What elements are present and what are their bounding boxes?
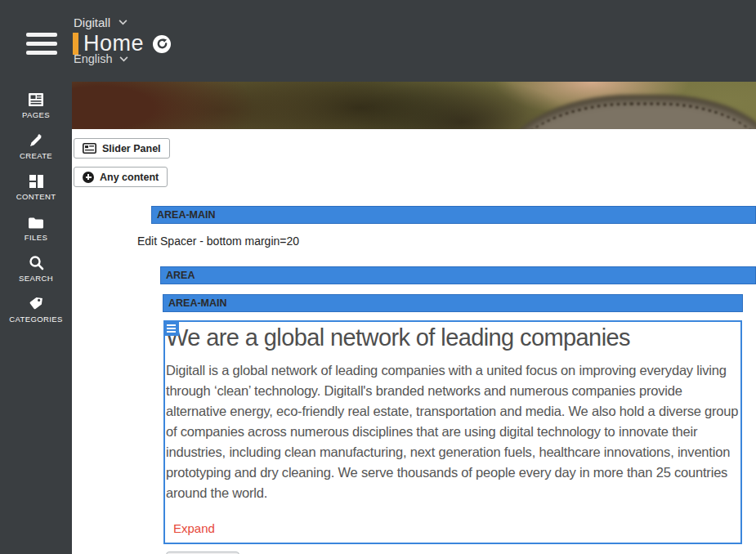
sidebar-item-pages[interactable]: PAGES (0, 84, 72, 125)
language-label: English (74, 52, 113, 65)
area-main-bar-2[interactable]: AREA-MAIN (163, 294, 743, 312)
chevron-down-icon (119, 56, 128, 62)
sidebar-item-label: PAGES (22, 110, 50, 119)
sidebar-item-content[interactable]: CONTENT (0, 166, 72, 207)
plus-circle-icon (83, 172, 94, 183)
content-body-text: Digitall is a global network of leading … (166, 360, 740, 503)
sidebar-item-label: FILES (25, 233, 47, 242)
slider-panel-label: Slider Panel (102, 143, 161, 154)
chevron-down-icon (119, 20, 127, 25)
sidebar-item-label: CREATE (20, 151, 52, 160)
sidebar-item-label: CATEGORIES (9, 315, 63, 324)
files-icon (28, 213, 44, 230)
sidebar-item-categories[interactable]: CATEGORIES (0, 288, 72, 329)
sidebar-item-label: CONTENT (16, 192, 56, 201)
refresh-button[interactable] (153, 35, 171, 53)
expand-link[interactable]: Expand (173, 521, 215, 535)
pages-icon (28, 91, 44, 107)
content-heading: We are a global network of leading compa… (166, 324, 740, 351)
slider-panel-button[interactable]: Slider Panel (74, 138, 170, 159)
area-main-bar-1[interactable]: AREA-MAIN (151, 206, 756, 224)
sidebar-item-label: SEARCH (19, 274, 53, 283)
any-content-label: Any content (100, 172, 159, 183)
language-selector[interactable]: English (74, 52, 128, 65)
area-bar-label: AREA-MAIN (168, 297, 227, 309)
create-icon (29, 132, 43, 148)
edit-spacer-note[interactable]: Edit Spacer - bottom margin=20 (137, 235, 299, 248)
sidebar-item-files[interactable]: FILES (0, 207, 72, 248)
title-accent-bar (73, 33, 78, 55)
drag-handle-icon[interactable] (163, 320, 179, 336)
area-bar-label: AREA-MAIN (157, 209, 216, 221)
cms-editor-screen: Digitall Home English (0, 0, 756, 554)
hamburger-menu-icon[interactable] (26, 33, 57, 55)
content-block[interactable]: We are a global network of leading compa… (163, 320, 742, 544)
site-name: Digitall (74, 16, 110, 29)
any-content-button[interactable]: Any content (74, 167, 168, 187)
sidebar-item-search[interactable]: SEARCH (0, 248, 72, 288)
area-bar-label: AREA (166, 270, 195, 281)
area-bar[interactable]: AREA (160, 266, 756, 284)
panel-icon (83, 143, 96, 154)
sidebar: PAGES CREATE (0, 82, 72, 554)
sidebar-item-create[interactable]: CREATE (0, 125, 72, 166)
content-icon (29, 172, 44, 189)
hero-slider-image (72, 82, 756, 129)
site-selector[interactable]: Digitall (74, 16, 127, 29)
search-icon (29, 254, 44, 270)
refresh-icon (156, 38, 168, 50)
categories-icon (29, 295, 44, 311)
top-bar: Digitall Home English (0, 0, 756, 82)
